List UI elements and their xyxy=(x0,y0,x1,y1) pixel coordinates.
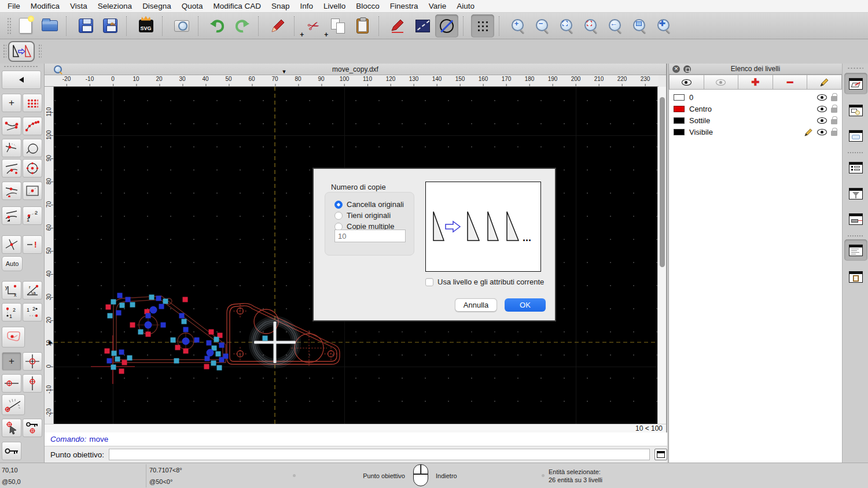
layer-lock-icon[interactable] xyxy=(831,108,837,113)
layer-visible-icon[interactable] xyxy=(817,106,827,112)
edit-layer-button[interactable] xyxy=(807,75,842,90)
layer-panel-header[interactable]: ✕ Elenco dei livelli xyxy=(669,64,842,75)
snap-grid-button[interactable] xyxy=(23,94,42,112)
snap-center-button[interactable] xyxy=(23,159,42,178)
selection-handle[interactable] xyxy=(112,351,117,356)
selection-handle[interactable] xyxy=(163,299,168,304)
horizontal-scrollbar[interactable]: 10 < 100 xyxy=(45,424,666,432)
coord-cartesian-button[interactable]: yx xyxy=(2,281,21,300)
copies-count-input[interactable] xyxy=(334,230,406,242)
coord-polar-button[interactable]: ra xyxy=(23,281,42,300)
selection-handle[interactable] xyxy=(111,365,116,370)
print-preview-button[interactable] xyxy=(170,14,193,38)
cut-button[interactable]: ✂+ xyxy=(302,14,325,38)
zoom-auto-button[interactable] xyxy=(556,14,579,38)
selection-handle[interactable] xyxy=(183,297,188,302)
command-dock-button[interactable] xyxy=(844,239,867,261)
zoom-pan-button[interactable]: ✚ xyxy=(653,14,676,38)
layer-row-visibile[interactable]: Visibile xyxy=(669,126,842,138)
snap-tangent-button[interactable] xyxy=(2,159,21,178)
palette-drag-handle[interactable] xyxy=(3,65,38,68)
radio-keep-originals[interactable]: Tieni originali xyxy=(334,211,391,220)
menu-item[interactable]: Blocco xyxy=(351,0,385,13)
restrict-horizontal-button[interactable] xyxy=(2,374,21,393)
radio-delete-originals[interactable]: Cancella originali xyxy=(334,200,404,209)
selection-handle[interactable] xyxy=(159,304,164,309)
relative-point-1-button[interactable]: 12 xyxy=(2,303,21,321)
selection-handle[interactable] xyxy=(107,358,112,364)
snap-cross-button[interactable] xyxy=(2,235,21,254)
use-current-layer-checkbox-row[interactable]: Usa livello e gli attributi corrente xyxy=(425,278,556,286)
toolbar-drag-handle[interactable] xyxy=(7,17,12,35)
layer-row-centro[interactable]: Centro xyxy=(669,103,842,114)
cancel-button[interactable]: Annulla xyxy=(455,298,497,312)
menu-item[interactable]: File xyxy=(2,0,25,13)
radio-selected-icon[interactable] xyxy=(334,201,343,209)
menu-item[interactable]: Info xyxy=(295,0,319,13)
document-title-bar[interactable]: move_copy.dxf xyxy=(45,64,666,75)
layer-lock-icon[interactable] xyxy=(831,96,837,101)
list-dock-button[interactable] xyxy=(844,157,867,178)
selection-handle[interactable] xyxy=(204,364,209,369)
save-as-button[interactable]: ✎ xyxy=(98,14,122,38)
clipboard-dock-button[interactable] xyxy=(844,266,867,287)
selection-handle[interactable] xyxy=(130,302,135,308)
selection-handle[interactable] xyxy=(120,303,125,308)
selection-handle[interactable] xyxy=(119,369,124,374)
relative-point-2-button[interactable]: 12 xyxy=(23,303,42,321)
selection-handle[interactable] xyxy=(263,336,268,341)
edit-attributes-button[interactable] xyxy=(411,14,434,38)
selection-handle[interactable] xyxy=(183,349,189,354)
selection-handle[interactable] xyxy=(175,345,181,350)
selection-handle[interactable] xyxy=(174,358,179,364)
lock-relative-zero-alt-button[interactable] xyxy=(23,419,42,437)
layer-row-0[interactable]: 0 xyxy=(669,91,842,103)
library-dock-button[interactable] xyxy=(844,125,867,146)
zoom-window-button[interactable] xyxy=(628,14,652,38)
selection-handle[interactable] xyxy=(207,341,212,346)
pen-dock-button[interactable] xyxy=(844,208,867,230)
selection-handle[interactable] xyxy=(182,338,190,345)
copy-button[interactable]: + xyxy=(326,14,350,38)
draw-circle-button[interactable] xyxy=(435,14,458,38)
snap-free-button[interactable]: + xyxy=(2,94,21,112)
restrict-vertical-button[interactable] xyxy=(23,374,42,393)
toolbar-drag-handle[interactable] xyxy=(3,44,6,59)
paste-button[interactable] xyxy=(351,14,374,38)
redo-button[interactable] xyxy=(230,14,253,38)
selection-handle[interactable] xyxy=(130,323,135,328)
filter-dock-button[interactable] xyxy=(844,183,867,204)
selection-handle[interactable] xyxy=(138,330,144,335)
snap-reference-button[interactable] xyxy=(2,327,25,347)
menu-item[interactable]: Vista xyxy=(65,0,93,13)
selection-handle[interactable] xyxy=(106,305,111,310)
selection-handle[interactable] xyxy=(146,313,151,319)
selection-handle[interactable] xyxy=(122,360,127,365)
selection-handle[interactable] xyxy=(183,327,189,332)
snap-distance-2-button[interactable]: 12 xyxy=(23,206,42,225)
menu-item[interactable]: Quota xyxy=(176,0,208,13)
selection-handle[interactable] xyxy=(171,338,176,343)
menu-item[interactable]: Snap xyxy=(266,0,295,13)
hide-all-layers-button[interactable] xyxy=(704,75,739,90)
selection-handle[interactable] xyxy=(205,356,210,361)
snap-points-button[interactable] xyxy=(23,117,42,135)
checkbox-icon[interactable] xyxy=(425,278,433,286)
menu-item[interactable]: Seleziona xyxy=(93,0,137,13)
edit-pencil-button[interactable] xyxy=(387,14,410,38)
float-panel-icon[interactable] xyxy=(683,65,691,73)
show-all-layers-button[interactable] xyxy=(669,75,704,90)
snap-intersection-button[interactable] xyxy=(2,139,21,157)
snap-auto-button[interactable]: Auto xyxy=(2,256,23,271)
selection-handle[interactable] xyxy=(211,361,216,366)
back-button[interactable] xyxy=(2,71,41,89)
move-copy-tool-button[interactable] xyxy=(8,41,35,62)
layer-visible-icon[interactable] xyxy=(817,129,827,135)
scrollbar-thumb[interactable] xyxy=(660,97,665,267)
delete-button[interactable] xyxy=(266,14,289,38)
save-button[interactable] xyxy=(74,14,97,38)
selection-handle[interactable] xyxy=(214,337,219,342)
undo-button[interactable] xyxy=(206,14,229,38)
selection-handle[interactable] xyxy=(161,323,166,328)
snap-nearest-button[interactable] xyxy=(2,182,21,200)
